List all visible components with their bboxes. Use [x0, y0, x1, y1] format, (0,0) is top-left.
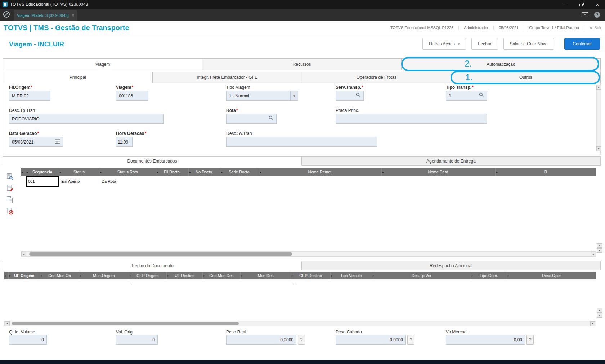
salvar-criar-novo-button[interactable]: Salvar e Criar Novo [503, 38, 554, 50]
tab-trecho-documento[interactable]: Trecho do Documento [3, 261, 302, 270]
peso-real-input[interactable] [226, 335, 296, 345]
maximize-button[interactable] [574, 0, 589, 9]
tipo-viagem-select[interactable] [226, 91, 290, 101]
table-cell[interactable] [189, 176, 220, 187]
table-cell[interactable] [220, 176, 259, 187]
table-row[interactable]: - - [4, 279, 596, 287]
selected-cell-sequencia[interactable]: 001 [26, 176, 59, 187]
table-cell[interactable] [156, 176, 189, 187]
desc-tp-tran-input[interactable] [9, 114, 164, 124]
table-cell[interactable] [331, 279, 372, 287]
scroll-left-arrow[interactable]: ◄ [21, 252, 26, 256]
data-geracao-calendar-button[interactable] [55, 138, 60, 144]
scroll-right-arrow[interactable]: ► [590, 321, 595, 326]
peso-real-help-button[interactable]: ? [298, 335, 305, 345]
minimize-button[interactable]: – [558, 0, 573, 9]
tipo-viagem-dropdown-button[interactable]: ▾ [290, 91, 298, 101]
column-header-tipo-oper[interactable]: ▸Tipo Oper. [471, 272, 507, 279]
rota-search-button[interactable] [269, 115, 273, 120]
column-header-tipo-veiculo[interactable]: ▸Tipo Veiculo [331, 272, 372, 279]
column-header-expander[interactable]: ▸ [21, 168, 26, 176]
column-header-cod-mun-ori[interactable]: ▸Cod.Mun.Ori [40, 272, 79, 279]
table-cell[interactable] [241, 279, 291, 287]
table-cell-status[interactable]: Em Aberto [59, 176, 99, 187]
scroll-down-arrow[interactable]: ▼ [596, 146, 601, 151]
table-cell[interactable] [79, 279, 129, 287]
help-icon[interactable]: ? [594, 12, 600, 18]
column-header-status-rota[interactable]: ▸Status Rota [99, 168, 156, 176]
app-tab-viagem-modelo[interactable]: Viagem Modelo 3 [02.9.0043] × [14, 10, 77, 21]
column-header-des-tp-vei[interactable]: ▸Des.Tp.Vei [372, 272, 471, 279]
table-cell[interactable] [471, 279, 507, 287]
column-header-nome-dest[interactable]: ▸Nome Dest. [382, 168, 496, 176]
hora-geracao-input[interactable] [116, 137, 133, 147]
mail-icon[interactable] [582, 12, 588, 17]
tab-recursos[interactable]: Recursos [202, 58, 402, 70]
grid-scroll-up-arrow[interactable]: ▲ [597, 308, 602, 313]
table-cell[interactable] [21, 176, 26, 187]
table-cell[interactable] [4, 279, 9, 287]
vol-orig-input[interactable] [116, 335, 158, 345]
vlr-mercad-help-button[interactable]: ? [526, 335, 534, 345]
table-cell[interactable] [203, 279, 241, 287]
tab-viagem[interactable]: Viagem [3, 58, 202, 70]
table-cell[interactable] [9, 279, 40, 287]
exit-button[interactable]: × Sair [584, 25, 601, 31]
desc-sv-tran-input[interactable] [226, 137, 377, 147]
qtde-volume-input[interactable] [9, 335, 47, 345]
tab-operadora-frotas[interactable]: Operadora de Frotas [302, 72, 452, 83]
confirmar-button[interactable]: Confirmar [564, 38, 600, 50]
column-header-uf-origem[interactable]: ▸UF Origem [9, 272, 40, 279]
column-header-nome-remet[interactable]: ▸Nome Remet. [259, 168, 382, 176]
grid-scroll-down-arrow[interactable]: ▼ [597, 248, 602, 253]
trecho-horizontal-scrollbar[interactable] [4, 321, 596, 326]
view-document-button[interactable] [5, 172, 14, 181]
table-cell-cep-destino[interactable]: - [291, 279, 331, 287]
table-cell[interactable] [167, 279, 203, 287]
tab-automatizacao[interactable]: Automatização [401, 58, 601, 70]
fil-origem-input[interactable] [9, 91, 50, 101]
tab-agendamento-entrega[interactable]: Agendamento de Entrega [301, 156, 601, 166]
grid-scroll-down-arrow[interactable]: ▼ [597, 313, 602, 318]
scrollbar-thumb[interactable] [12, 322, 239, 325]
column-header-status[interactable]: ▸Status [59, 168, 99, 176]
scrollbar-thumb[interactable] [29, 252, 292, 256]
table-cell[interactable] [259, 176, 382, 187]
table-cell-status-rota[interactable]: Da Rota [99, 176, 156, 187]
column-header-cod-mun-des[interactable]: ▸Cod.Mun.Des [203, 272, 241, 279]
column-header-sequencia[interactable]: ▸Sequencia [26, 168, 59, 176]
edit-document-button[interactable] [5, 183, 14, 193]
tab-principal[interactable]: Principal [3, 72, 153, 83]
column-header-serie-docto[interactable]: ▸Serie Docto. [220, 168, 259, 176]
scroll-up-arrow[interactable]: ▲ [596, 85, 601, 90]
table-cell-cep-origem[interactable]: - [129, 279, 167, 287]
outras-acoes-button[interactable]: Outras Ações ▾ [422, 38, 466, 50]
viagem-input[interactable] [116, 91, 148, 101]
table-cell[interactable] [382, 176, 496, 187]
column-header-fil-docto[interactable]: ▸Fil.Docto. [156, 168, 189, 176]
delete-document-button[interactable] [5, 206, 14, 216]
form-vertical-scrollbar[interactable] [596, 85, 601, 151]
table-cell[interactable] [507, 279, 596, 287]
fechar-button[interactable]: Fechar [471, 38, 498, 50]
peso-cubado-input[interactable] [336, 335, 406, 345]
docs-horizontal-scrollbar[interactable] [21, 251, 596, 257]
grid-scroll-up-arrow[interactable]: ▲ [597, 243, 602, 248]
column-header-desc-oper[interactable]: ▸Desc.Oper [507, 272, 596, 279]
table-cell[interactable] [40, 279, 79, 287]
peso-cubado-help-button[interactable]: ? [407, 335, 414, 345]
column-header-expander[interactable]: ▸ [4, 272, 9, 279]
tab-outros[interactable]: Outros [451, 72, 601, 83]
copy-document-button[interactable] [5, 195, 14, 204]
table-cell[interactable] [372, 279, 471, 287]
column-header-mun-origem[interactable]: ▸Mun.Origem [79, 272, 129, 279]
praca-princ-input[interactable] [336, 114, 487, 124]
tab-documentos-embarcados[interactable]: Documentos Embarcados [3, 156, 302, 166]
tab-integr-frete-gfe[interactable]: Integr. Frete Embarcador - GFE [152, 72, 302, 83]
column-header-uf-destino[interactable]: ▸UF Destino [167, 272, 203, 279]
scroll-right-arrow[interactable]: ► [591, 252, 596, 256]
close-button[interactable]: × [590, 0, 605, 9]
vlr-mercad-input[interactable] [446, 335, 525, 345]
table-cell[interactable] [496, 176, 596, 187]
column-header-no-docto[interactable]: ▸No.Docto. [189, 168, 220, 176]
